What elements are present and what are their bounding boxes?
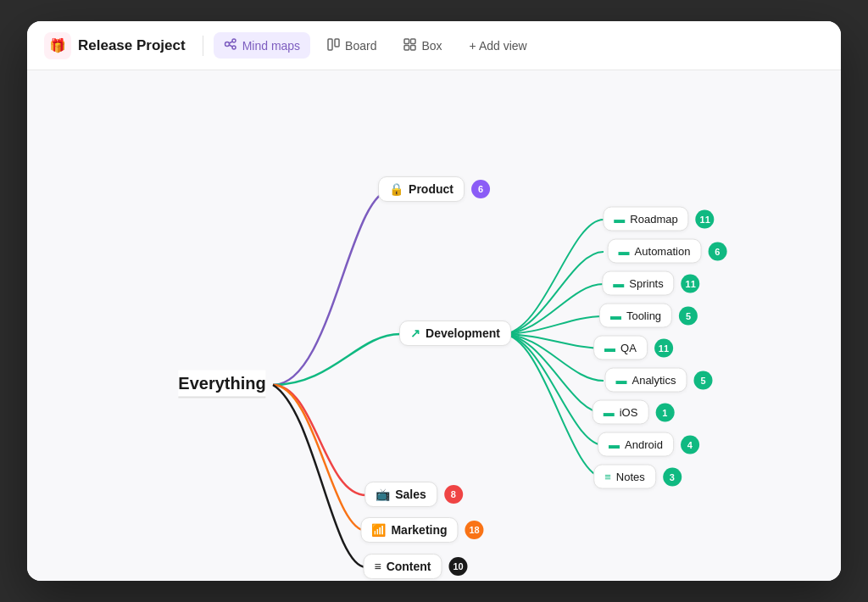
svg-rect-8 <box>411 39 416 44</box>
app-window: 🎁 Release Project Mind maps <box>27 21 841 581</box>
nav-board-label: Board <box>345 39 376 53</box>
content-icon: ≡ <box>374 560 381 573</box>
content-badge: 10 <box>449 557 468 576</box>
development-label: ↗ Development <box>399 321 511 346</box>
project-icon: 🎁 <box>44 32 71 59</box>
divider <box>203 36 203 56</box>
ios-node[interactable]: ▬ iOS 1 <box>593 400 675 425</box>
product-node[interactable]: 🔒 Product 6 <box>378 176 490 202</box>
svg-rect-10 <box>411 45 416 50</box>
svg-rect-6 <box>335 39 339 47</box>
automation-icon: ▬ <box>619 245 630 258</box>
nav-mindmaps-label: Mind maps <box>242 39 300 53</box>
roadmap-badge: 11 <box>696 209 715 228</box>
android-node[interactable]: ▬ Android 4 <box>598 432 699 457</box>
tooling-icon: ▬ <box>610 309 621 322</box>
android-badge: 4 <box>681 435 699 454</box>
ios-icon: ▬ <box>604 406 615 419</box>
product-badge: 6 <box>471 180 490 198</box>
android-label: ▬ Android <box>598 432 674 457</box>
marketing-node[interactable]: 📶 Marketing 18 <box>360 517 483 543</box>
qa-icon: ▬ <box>604 342 615 354</box>
qa-node[interactable]: ▬ QA 11 <box>593 336 673 360</box>
qa-label: ▬ QA <box>593 336 648 360</box>
roadmap-icon: ▬ <box>614 213 625 226</box>
tooling-badge: 5 <box>679 306 698 325</box>
ios-label: ▬ iOS <box>593 400 649 425</box>
analytics-node[interactable]: ▬ Analytics 5 <box>604 368 712 393</box>
qa-badge: 11 <box>654 338 673 357</box>
sales-icon: 📺 <box>376 488 390 501</box>
add-view-button[interactable]: + Add view <box>459 34 537 58</box>
nav-box[interactable]: Box <box>393 33 452 59</box>
board-icon <box>327 38 340 53</box>
sprints-icon: ▬ <box>613 277 624 290</box>
sprints-node[interactable]: ▬ Sprints 11 <box>602 271 699 296</box>
nav-board[interactable]: Board <box>317 33 387 59</box>
development-node[interactable]: ↗ Development <box>399 321 511 346</box>
project-title: Release Project <box>78 37 186 54</box>
notes-icon: ≡ <box>604 471 611 483</box>
analytics-icon: ▬ <box>615 374 626 387</box>
box-icon <box>403 38 416 53</box>
content-label: ≡ Content <box>363 554 442 579</box>
product-label: 🔒 Product <box>378 176 465 202</box>
add-view-label: + Add view <box>470 39 527 53</box>
marketing-icon: 📶 <box>371 523 386 537</box>
svg-rect-7 <box>404 39 409 44</box>
titlebar: 🎁 Release Project Mind maps <box>27 21 841 70</box>
svg-line-4 <box>229 45 232 47</box>
automation-badge: 6 <box>708 242 726 260</box>
sales-node[interactable]: 📺 Sales 8 <box>364 482 463 507</box>
analytics-badge: 5 <box>694 371 713 389</box>
tooling-label: ▬ Tooling <box>599 304 672 328</box>
sales-badge: 8 <box>444 485 463 504</box>
automation-label: ▬ Automation <box>608 239 702 264</box>
root-node[interactable]: Everything <box>178 371 265 399</box>
analytics-label: ▬ Analytics <box>604 368 687 393</box>
notes-node[interactable]: ≡ Notes 3 <box>593 465 682 489</box>
ios-badge: 1 <box>655 403 674 421</box>
notes-badge: 3 <box>663 467 682 486</box>
development-icon: ↗ <box>410 326 420 340</box>
roadmap-node[interactable]: ▬ Roadmap 11 <box>603 207 714 231</box>
roadmap-label: ▬ Roadmap <box>603 207 688 231</box>
nav-mindmaps[interactable]: Mind maps <box>214 32 310 59</box>
svg-point-0 <box>225 42 229 47</box>
product-icon: 🔒 <box>389 182 403 196</box>
svg-point-2 <box>232 46 236 49</box>
android-icon: ▬ <box>609 438 620 451</box>
svg-rect-9 <box>404 45 409 50</box>
root-label: Everything <box>178 371 265 399</box>
content-node[interactable]: ≡ Content 10 <box>363 554 467 579</box>
svg-rect-5 <box>328 39 332 50</box>
sprints-label: ▬ Sprints <box>602 271 674 296</box>
svg-point-1 <box>232 39 236 42</box>
notes-label: ≡ Notes <box>593 465 656 489</box>
nav-box-label: Box <box>421 39 442 53</box>
automation-node[interactable]: ▬ Automation 6 <box>608 239 727 264</box>
mindmaps-icon <box>224 37 237 53</box>
mindmap-canvas: Everything 🔒 Product 6 ↗ Development 📺 S… <box>27 70 841 581</box>
sales-label: 📺 Sales <box>364 482 437 507</box>
tooling-node[interactable]: ▬ Tooling 5 <box>599 304 698 328</box>
marketing-badge: 18 <box>465 521 484 539</box>
marketing-label: 📶 Marketing <box>360 517 458 543</box>
svg-line-3 <box>229 42 232 43</box>
sprints-badge: 11 <box>682 274 700 293</box>
